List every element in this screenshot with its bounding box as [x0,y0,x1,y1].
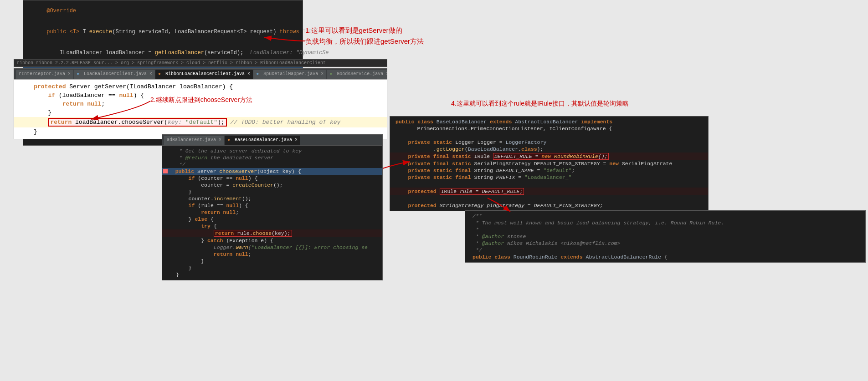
annotation-4: 4.这里就可以看到这个rule就是IRule接口，其默认值是轮询策略 [451,99,629,108]
tab-rinterceptor[interactable]: rInterceptor.java × [16,70,73,79]
tab-spudetailmapper[interactable]: ● SpuDetailMapper.java × [253,70,326,79]
tab-ribbonloadbalancerclient[interactable]: ● RibbonLoadBalancerClient.java × [155,70,253,79]
tab-goodsservice[interactable]: ● GoodsService.java × [327,70,387,79]
breadcrumb-bar: ribbon-ribbon-2.2.2.RELEASE-sour... > or… [14,59,387,67]
right-top-panel: public class BaseLoadBalancer extends Ab… [390,116,709,211]
page-container: @Override public <T> T execute(String se… [0,0,868,381]
annotation-1: 1.这里可以看到是getServer做的负载均衡，所以我们跟进getServer… [305,25,424,47]
popup-code-panel: adBalanceTest.java × ● BaseLoadBalancer.… [162,134,383,280]
mid-tab-bar: rInterceptor.java × ● LoadBalancerClient… [14,68,387,79]
tab-baseloadbalancer[interactable]: ● BaseLoadBalancer.java × [225,136,300,145]
tab-loadbalancerclient[interactable]: ● LoadBalancerClient.java × [74,70,155,79]
right-bottom-panel: /** * The most well known and basic load… [465,210,866,263]
tab-adbalancetest[interactable]: adBalanceTest.java × [164,136,224,145]
mid-code-panel: protected Server getServer(ILoadBalancer… [14,79,387,139]
annotation-2: 2.继续断点跟进到chooseServer方法 [150,96,252,105]
